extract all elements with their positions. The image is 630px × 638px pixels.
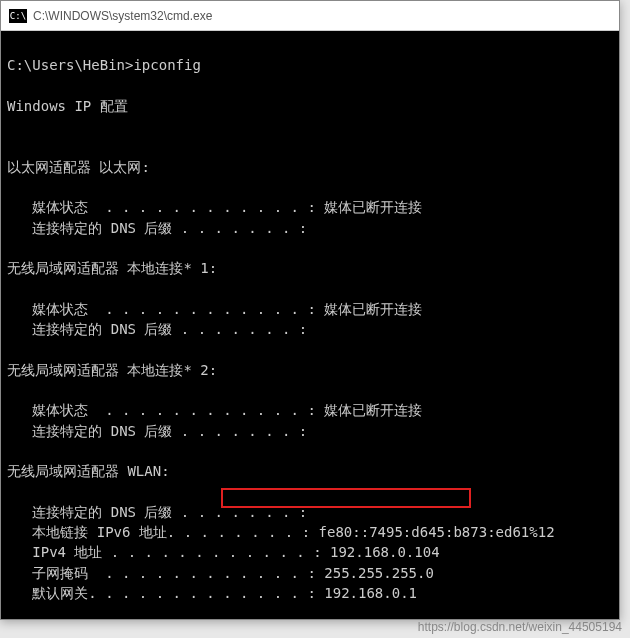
output-line: C:\Users\HeBin>ipconfig bbox=[7, 55, 613, 75]
output-line bbox=[7, 380, 613, 400]
output-line bbox=[7, 603, 613, 619]
output-line: IPv4 地址 . . . . . . . . . . . . : 192.16… bbox=[7, 542, 613, 562]
output-line: 无线局域网适配器 本地连接* 1: bbox=[7, 258, 613, 278]
output-line bbox=[7, 35, 613, 55]
watermark-text: https://blog.csdn.net/weixin_44505194 bbox=[418, 620, 622, 634]
output-line: 媒体状态 . . . . . . . . . . . . : 媒体已断开连接 bbox=[7, 400, 613, 420]
output-line: 连接特定的 DNS 后缀 . . . . . . . : bbox=[7, 319, 613, 339]
output-line: 连接特定的 DNS 后缀 . . . . . . . : bbox=[7, 218, 613, 238]
cmd-icon: C:\ bbox=[9, 9, 27, 23]
output-line: 媒体状态 . . . . . . . . . . . . : 媒体已断开连接 bbox=[7, 197, 613, 217]
output-line: 无线局域网适配器 本地连接* 2: bbox=[7, 360, 613, 380]
output-line: 无线局域网适配器 WLAN: bbox=[7, 461, 613, 481]
output-line bbox=[7, 482, 613, 502]
output-line: 以太网适配器 以太网: bbox=[7, 157, 613, 177]
output-line bbox=[7, 339, 613, 359]
output-line bbox=[7, 177, 613, 197]
output-line: 连接特定的 DNS 后缀 . . . . . . . : bbox=[7, 421, 613, 441]
output-line: 本地链接 IPv6 地址. . . . . . . . : fe80::7495… bbox=[7, 522, 613, 542]
output-line bbox=[7, 238, 613, 258]
output-line bbox=[7, 116, 613, 136]
output-line: 子网掩码 . . . . . . . . . . . . : 255.255.2… bbox=[7, 563, 613, 583]
output-line bbox=[7, 76, 613, 96]
output-line bbox=[7, 441, 613, 461]
output-line: 连接特定的 DNS 后缀 . . . . . . . : bbox=[7, 502, 613, 522]
titlebar[interactable]: C:\ C:\WINDOWS\system32\cmd.exe bbox=[1, 1, 619, 31]
window-title: C:\WINDOWS\system32\cmd.exe bbox=[33, 9, 212, 23]
output-line: 默认网关. . . . . . . . . . . . . : 192.168.… bbox=[7, 583, 613, 603]
terminal-output[interactable]: C:\Users\HeBin>ipconfig Windows IP 配置 以太… bbox=[1, 31, 619, 619]
output-line bbox=[7, 136, 613, 156]
output-line: 媒体状态 . . . . . . . . . . . . : 媒体已断开连接 bbox=[7, 299, 613, 319]
output-line bbox=[7, 279, 613, 299]
cmd-window: C:\ C:\WINDOWS\system32\cmd.exe C:\Users… bbox=[0, 0, 620, 620]
output-line: Windows IP 配置 bbox=[7, 96, 613, 116]
